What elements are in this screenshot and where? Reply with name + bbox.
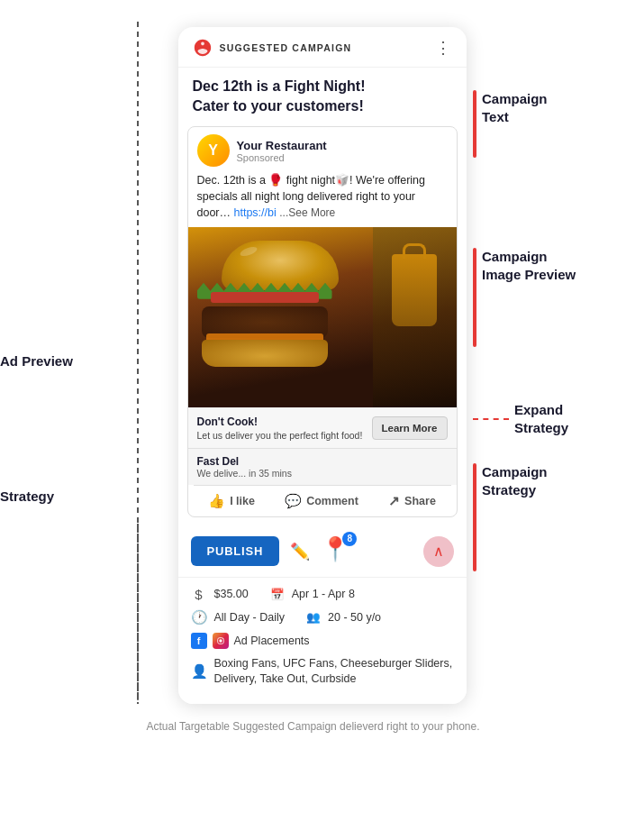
- expand-strategy-label: ExpandStrategy: [514, 401, 568, 436]
- campaign-strategy-bar: [473, 463, 476, 571]
- ad-preview-label: Ad Preview: [0, 353, 73, 369]
- age-range: 20 - 50 y/o: [328, 611, 381, 624]
- restaurant-avatar: Y: [197, 134, 230, 167]
- audience-icon: 👤: [191, 663, 207, 680]
- reactions-bar: 👍 I like 💬 Comment ↗ Share: [194, 485, 451, 516]
- cta-subtitle: Let us deliver you the perfect fight foo…: [197, 430, 363, 441]
- campaign-strategy-label-group: CampaignStrategy: [473, 463, 626, 571]
- publish-button[interactable]: PUBLISH: [191, 536, 280, 566]
- expand-strategy-button[interactable]: ∧: [423, 536, 454, 567]
- schedule-value: All Day - Daily: [214, 611, 286, 624]
- sponsored-label: Sponsored: [237, 152, 327, 163]
- dollar-icon: $: [191, 587, 207, 602]
- secondary-cta-title: Fast Del: [197, 455, 292, 468]
- publish-bar: PUBLISH ✏️ 📍 8 ∧: [178, 526, 467, 577]
- instagram-icon: [213, 633, 229, 649]
- audiences-row: 👤 Boxing Fans, UFC Fans, Cheeseburger Sl…: [191, 653, 454, 691]
- ad-images: [188, 227, 457, 407]
- like-label: I like: [230, 495, 255, 507]
- primary-cta: Don't Cook! Let us deliver you the perfe…: [188, 407, 457, 448]
- bun-bottom: [202, 340, 328, 367]
- like-button[interactable]: 👍 I like: [208, 493, 255, 509]
- budget-value: $35.00: [214, 588, 249, 600]
- bun-top: [222, 241, 339, 290]
- comment-label: Comment: [306, 495, 358, 507]
- share-icon: ↗: [388, 493, 400, 509]
- campaign-text-label-group: CampaignText: [473, 90, 626, 158]
- expand-strategy-label-group: ExpandStrategy: [473, 401, 626, 436]
- headline-text: Dec 12th is a Fight Night! Cater to your…: [193, 77, 452, 115]
- budget-row: $ $35.00 📅 Apr 1 - Apr 8: [191, 583, 454, 606]
- cta-title: Don't Cook!: [197, 415, 363, 428]
- campaign-strategy-label: CampaignStrategy: [482, 463, 548, 498]
- schedule-row: 🕐 All Day - Daily 👥 20 - 50 y/o: [191, 606, 454, 629]
- campaign-header: SUGGESTED CAMPAIGN ⋮: [178, 27, 467, 68]
- tomato: [211, 292, 319, 303]
- learn-more-button[interactable]: Learn More: [372, 416, 448, 440]
- campaign-text-label: CampaignText: [482, 90, 548, 125]
- facebook-icon: f: [191, 633, 207, 649]
- like-icon: 👍: [208, 493, 225, 509]
- disclaimer-text: Actual Targetable Suggested Campaign del…: [146, 720, 479, 733]
- campaign-image-bar: [473, 248, 476, 347]
- targetable-logo-icon: [193, 38, 213, 58]
- svg-point-1: [219, 639, 222, 642]
- date-range: Apr 1 - Apr 8: [292, 588, 355, 600]
- chevron-up-icon: ∧: [433, 543, 444, 560]
- campaign-image-preview-label-group: CampaignImage Preview: [473, 248, 626, 347]
- campaign-headline: Dec 12th is a Fight Night! Cater to your…: [178, 68, 467, 126]
- location-badge[interactable]: 📍 8: [321, 535, 353, 568]
- campaign-image-label: CampaignImage Preview: [482, 248, 576, 283]
- badge-count: 8: [342, 532, 357, 546]
- clock-icon: 🕐: [191, 609, 207, 625]
- people-icon: 👥: [306, 610, 321, 624]
- ad-body-text: Dec. 12th is a 🥊 fight night🥡! We're off…: [188, 170, 457, 227]
- suggested-campaign-label: SUGGESTED CAMPAIGN: [220, 42, 352, 53]
- comment-button[interactable]: 💬 Comment: [285, 493, 358, 509]
- expand-dashed-line: [473, 418, 509, 420]
- secondary-cta: Fast Del We delive... in 35 mins: [188, 448, 457, 485]
- ad-header: Y Your Restaurant Sponsored: [188, 127, 457, 170]
- campaign-text-bar: [473, 90, 476, 158]
- ad-preview-box: Y Your Restaurant Sponsored Dec. 12th is…: [187, 126, 458, 517]
- calendar-icon: 📅: [270, 588, 285, 601]
- svg-point-3: [222, 638, 222, 639]
- bag-art: [392, 254, 437, 326]
- share-button[interactable]: ↗ Share: [388, 493, 436, 509]
- strategy-dashed-line: [137, 524, 139, 704]
- ad-link[interactable]: https://bi: [234, 206, 277, 219]
- audiences-value: Boxing Fans, UFC Fans, Cheeseburger Slid…: [214, 656, 454, 688]
- secondary-image-panel: [373, 227, 457, 407]
- placements-row: f Ad Placements: [191, 629, 454, 653]
- placements-label: Ad Placements: [234, 635, 310, 647]
- burger-image-panel: [188, 227, 373, 407]
- see-more-link[interactable]: ...See More: [279, 206, 335, 219]
- secondary-cta-subtitle: We delive... in 35 mins: [197, 468, 292, 479]
- right-labels: CampaignText CampaignImage Preview Expan…: [473, 18, 626, 704]
- restaurant-name: Your Restaurant: [237, 139, 327, 152]
- strategy-label: Strategy: [0, 488, 54, 504]
- strategy-section: $ $35.00 📅 Apr 1 - Apr 8 🕐 All Day - Dai…: [178, 577, 467, 704]
- edit-button[interactable]: ✏️: [290, 542, 310, 562]
- comment-icon: 💬: [285, 493, 302, 509]
- more-options-icon[interactable]: ⋮: [435, 38, 452, 58]
- share-label: Share: [404, 495, 436, 507]
